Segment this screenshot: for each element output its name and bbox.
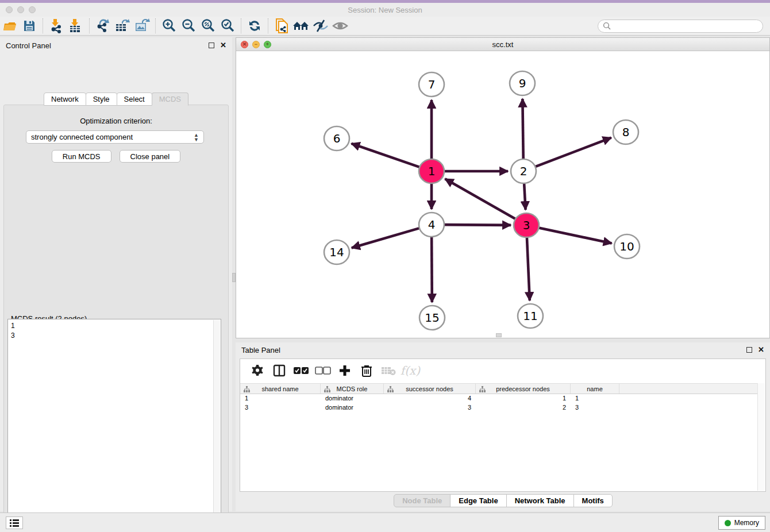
cell-successor-nodes[interactable]: 4 [384,394,476,403]
tab-motifs[interactable]: Motifs [573,494,613,507]
unchecked-boxes-icon [315,366,331,375]
zoom-in-icon [161,18,176,33]
split-view-button[interactable] [269,362,290,379]
node-label-4: 4 [428,218,436,232]
column-header-MCDS-role[interactable]: MCDS role [321,384,384,394]
network-canvas[interactable]: 1234678910111415 [236,51,769,338]
edge-3-10[interactable] [539,228,612,244]
refresh-layout-button[interactable] [245,18,264,34]
cell-shared-name[interactable]: 3 [240,403,321,413]
table-row[interactable]: 3dominator323 [240,403,757,413]
mcds-panel: Optimization criterion: strongly connect… [3,105,229,532]
eye-slash-icon [313,19,329,33]
cell-MCDS-role[interactable]: dominator [321,394,384,403]
split-columns-icon [273,364,286,377]
column-header-shared-name[interactable]: shared name [240,384,321,394]
hide-panel-button[interactable] [311,18,330,34]
close-panel-icon[interactable]: ✕ [220,43,226,48]
export-image-button[interactable] [132,18,152,34]
function-builder-button: f(x) [400,362,421,379]
tab-network[interactable]: Network [44,92,86,106]
import-network-button[interactable] [47,18,66,34]
control-panel-title: Control Panel [6,41,51,50]
tab-select[interactable]: Select [117,92,152,106]
export-table-icon [114,18,130,33]
tab-mcds[interactable]: MCDS [152,92,188,106]
table-scrollbar[interactable] [757,383,765,491]
cell-MCDS-role[interactable]: dominator [321,403,384,413]
edge-3-1[interactable] [445,179,515,219]
save-session-button[interactable] [20,18,39,34]
close-panel-button[interactable]: Close panel [120,150,181,163]
home-views-button[interactable] [291,18,311,34]
clone-network-button[interactable] [272,18,291,34]
tab-network-table[interactable]: Network Table [506,494,574,507]
mcds-result-list[interactable]: 1 3 [9,320,213,532]
edge-2-8[interactable] [536,138,611,167]
node-8[interactable]: 8 [613,120,638,144]
node-6[interactable]: 6 [324,126,349,151]
table-row[interactable]: 1dominator411 [240,394,757,403]
node-label-14: 14 [329,245,344,259]
edge-2-3[interactable] [524,184,525,210]
gear-icon [251,364,264,377]
network-hscroll-thumb[interactable] [496,333,502,337]
zoom-fit-button[interactable] [198,18,218,34]
select-all-columns-button[interactable] [291,362,311,379]
node-14[interactable]: 14 [324,240,349,264]
open-session-button[interactable] [0,18,20,34]
node-15[interactable]: 15 [419,306,445,330]
run-mcds-button[interactable]: Run MCDS [52,150,111,163]
memory-button[interactable]: Memory [718,516,765,530]
edge-3-11[interactable] [527,238,530,300]
column-header-name[interactable]: name [571,384,619,394]
export-network-button[interactable] [93,18,113,34]
cell-successor-nodes[interactable]: 3 [384,403,476,413]
node-4[interactable]: 4 [419,213,444,237]
add-column-button[interactable] [334,362,355,379]
delete-columns-button[interactable] [356,362,377,379]
edge-2-9[interactable] [522,99,523,159]
deselect-all-columns-button[interactable] [313,362,333,379]
export-network-icon [95,18,111,33]
show-control-panel-button[interactable] [6,516,23,529]
edge-4-14[interactable] [352,228,419,248]
tab-node-table[interactable]: Node Table [394,494,451,507]
column-header-predecessor-nodes[interactable]: predecessor nodes [476,384,571,394]
node-10[interactable]: 10 [614,234,640,259]
edge-4-3[interactable] [444,225,511,225]
float-table-panel-icon[interactable] [746,347,752,353]
cell-predecessor-nodes[interactable]: 1 [476,394,571,403]
search-box[interactable] [598,20,763,33]
edge-4-15[interactable] [432,237,432,302]
zoom-out-button[interactable] [179,18,198,34]
show-panel-button[interactable] [330,18,350,34]
network-window-titlebar[interactable]: ✕ − + scc.txt [236,38,769,51]
tab-style[interactable]: Style [86,92,117,106]
tab-edge-table[interactable]: Edge Table [450,494,506,507]
node-7[interactable]: 7 [419,72,444,97]
node-3[interactable]: 3 [514,213,539,237]
zoom-in-button[interactable] [159,18,179,34]
export-table-button[interactable] [113,18,132,34]
cell-name[interactable]: 3 [571,403,619,413]
node-2[interactable]: 2 [511,159,536,183]
result-scrollbar[interactable] [213,320,220,532]
table-options-button[interactable] [247,362,268,379]
close-table-panel-icon[interactable]: ✕ [758,347,764,353]
node-9[interactable]: 9 [510,71,535,95]
float-panel-icon[interactable] [209,43,214,48]
node-11[interactable]: 11 [518,304,543,328]
cell-predecessor-nodes[interactable]: 2 [476,403,571,413]
criterion-dropdown[interactable]: strongly connected component ▲▼ [26,130,204,144]
network-graph[interactable]: 1234678910111415 [236,51,769,338]
import-table-button[interactable] [66,18,86,34]
cell-name[interactable]: 1 [571,394,619,403]
node-1[interactable]: 1 [419,159,444,183]
search-input[interactable] [611,22,758,30]
cell-shared-name[interactable]: 1 [240,394,321,403]
edge-1-6[interactable] [352,144,420,167]
hierarchy-icon [479,386,486,392]
column-header-successor-nodes[interactable]: successor nodes [384,384,476,394]
zoom-selected-button[interactable] [218,18,237,34]
